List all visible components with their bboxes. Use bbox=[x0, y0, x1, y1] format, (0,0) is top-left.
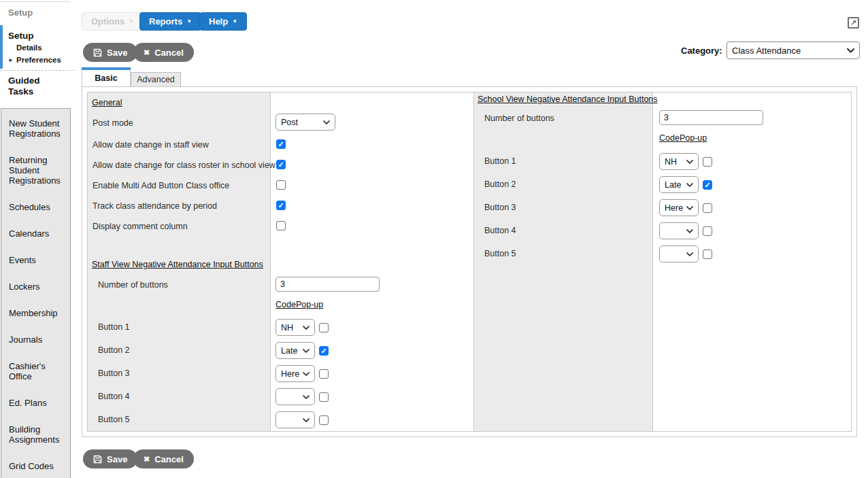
chevron-down-icon bbox=[303, 326, 310, 330]
reports-button-label: Reports bbox=[149, 16, 182, 27]
staff-button4-label: Button 4 bbox=[98, 392, 130, 401]
staff-button2-code-select[interactable]: Late bbox=[276, 342, 315, 359]
staff-button3-label: Button 3 bbox=[98, 369, 130, 378]
staff-view-heading: Staff View Negative Attendance Input But… bbox=[92, 260, 263, 269]
post-mode-select[interactable]: Post bbox=[276, 114, 335, 131]
staff-button1-popup-checkbox[interactable] bbox=[319, 323, 329, 332]
sidebar-item-returning-student-registrations[interactable]: Returning Student Registrations bbox=[9, 155, 67, 186]
sidebar-item-details[interactable]: Details bbox=[16, 44, 42, 52]
school-button3-popup-checkbox[interactable] bbox=[703, 203, 712, 213]
staff-button3-code-select[interactable]: Here bbox=[276, 365, 315, 382]
staff-code-popup-header: CodePop-up bbox=[276, 300, 323, 309]
school-button3-code-select[interactable]: Here bbox=[659, 199, 699, 216]
general-row-label: Allow date change for class roster in sc… bbox=[93, 160, 276, 170]
sidebar-item-ed-plans[interactable]: Ed. Plans bbox=[9, 398, 67, 408]
sidebar-item-schedules[interactable]: Schedules bbox=[9, 202, 67, 212]
settings-panel: General Post mode Post Allow date change… bbox=[82, 86, 857, 437]
school-button4-code-select[interactable] bbox=[659, 222, 699, 239]
help-button[interactable]: Help ▼ bbox=[199, 12, 247, 31]
checkbox-allow-date-change-class-roster[interactable] bbox=[276, 160, 286, 169]
staff-button1-code-select[interactable]: NH bbox=[276, 319, 315, 336]
sidebar-item-lockers[interactable]: Lockers bbox=[9, 281, 67, 292]
category-label: Category: bbox=[681, 46, 722, 56]
school-button4-label: Button 4 bbox=[484, 226, 516, 235]
general-row-label: Track class attendance by period bbox=[93, 201, 217, 211]
school-button5-label: Button 5 bbox=[484, 249, 516, 258]
checkbox-allow-date-change-staff-view[interactable] bbox=[276, 139, 286, 149]
cancel-button-label: Cancel bbox=[154, 48, 184, 58]
staff-button4-code-select[interactable] bbox=[276, 388, 315, 405]
school-button2-popup-checkbox[interactable] bbox=[703, 180, 712, 190]
caret-down-icon: ▼ bbox=[186, 19, 192, 24]
save-button-bottom[interactable]: Save bbox=[83, 449, 137, 468]
right-label-column bbox=[473, 92, 653, 431]
sidebar-divider bbox=[0, 70, 75, 71]
school-number-of-buttons-label: Number of buttons bbox=[484, 114, 554, 123]
save-icon bbox=[93, 455, 102, 464]
cancel-button-top[interactable]: ✖ Cancel bbox=[133, 43, 194, 62]
sidebar-item-grid-codes[interactable]: Grid Codes bbox=[9, 461, 67, 471]
chevron-down-icon bbox=[323, 120, 330, 124]
checkbox-enable-multi-add-button[interactable] bbox=[276, 180, 286, 190]
save-button-label: Save bbox=[107, 48, 127, 58]
settings-table: General Post mode Post Allow date change… bbox=[87, 92, 852, 432]
staff-button2-label: Button 2 bbox=[98, 345, 130, 355]
general-row-label: Enable Multi Add Button Class office bbox=[93, 181, 229, 190]
staff-button2-popup-checkbox[interactable] bbox=[319, 346, 329, 356]
school-number-of-buttons-input[interactable] bbox=[659, 110, 763, 125]
save-button-label: Save bbox=[107, 454, 127, 464]
school-button4-popup-checkbox[interactable] bbox=[703, 226, 712, 236]
sidebar-item-new-student-registrations[interactable]: New Student Registrations bbox=[9, 118, 67, 139]
sidebar-item-preferences[interactable]: Preferences bbox=[16, 56, 61, 64]
checkbox-track-class-attendance[interactable] bbox=[276, 201, 286, 210]
tab-basic[interactable]: Basic bbox=[82, 67, 131, 86]
open-in-new-window-icon[interactable]: ↗ bbox=[848, 17, 859, 29]
chevron-down-icon bbox=[303, 349, 310, 353]
sidebar-item-cashiers-office[interactable]: Cashier's Office bbox=[9, 361, 67, 381]
school-button1-popup-checkbox[interactable] bbox=[703, 157, 712, 167]
chevron-down-icon bbox=[303, 372, 310, 376]
cancel-button-bottom[interactable]: ✖ Cancel bbox=[133, 449, 194, 468]
staff-button4-popup-checkbox[interactable] bbox=[319, 392, 329, 402]
checkbox-display-comment-column[interactable] bbox=[276, 221, 286, 231]
school-code-popup-header: CodePop-up bbox=[659, 133, 707, 143]
school-button1-code-select[interactable]: NH bbox=[659, 153, 699, 170]
chevron-down-icon bbox=[303, 395, 310, 399]
options-button-label: Options bbox=[91, 16, 124, 27]
tab-basic-label: Basic bbox=[82, 70, 131, 86]
staff-button5-code-select[interactable] bbox=[276, 411, 315, 428]
sidebar-top-divider bbox=[0, 1, 71, 2]
school-button5-popup-checkbox[interactable] bbox=[703, 250, 712, 259]
school-button5-code-select[interactable] bbox=[659, 245, 699, 262]
sidebar-item-membership[interactable]: Membership bbox=[9, 308, 67, 318]
options-button[interactable]: Options ▼ bbox=[82, 12, 144, 31]
sidebar-item-calendars[interactable]: Calendars bbox=[9, 228, 67, 239]
sidebar-item-journals[interactable]: Journals bbox=[9, 335, 67, 345]
staff-button5-popup-checkbox[interactable] bbox=[319, 415, 329, 425]
reports-button[interactable]: Reports ▼ bbox=[139, 12, 201, 31]
school-button3-label: Button 3 bbox=[484, 203, 516, 212]
sidebar-active-group: Setup Details ► Preferences bbox=[0, 25, 71, 69]
general-row-label: Display comment column bbox=[93, 222, 188, 231]
post-mode-label: Post mode bbox=[93, 118, 133, 128]
caret-down-icon: ▼ bbox=[232, 19, 237, 24]
save-button-top[interactable]: Save bbox=[83, 43, 137, 62]
chevron-down-icon bbox=[686, 160, 693, 164]
sidebar-item-setup[interactable]: Setup bbox=[8, 31, 34, 41]
staff-number-of-buttons-input[interactable] bbox=[276, 277, 380, 292]
sidebar-item-events[interactable]: Events bbox=[9, 255, 67, 265]
select-value: Late bbox=[281, 346, 297, 356]
cancel-icon: ✖ bbox=[144, 49, 150, 56]
staff-button5-label: Button 5 bbox=[98, 415, 130, 424]
tab-advanced[interactable]: Advanced bbox=[131, 72, 181, 86]
cancel-button-label: Cancel bbox=[154, 454, 184, 464]
category-select[interactable]: Class Attendance bbox=[727, 41, 860, 59]
select-value: Late bbox=[665, 180, 681, 190]
sidebar-item-guided-tasks[interactable]: Guided Tasks bbox=[8, 75, 52, 97]
school-button2-code-select[interactable]: Late bbox=[659, 176, 699, 193]
chevron-down-icon bbox=[686, 183, 693, 187]
staff-button3-popup-checkbox[interactable] bbox=[319, 369, 329, 379]
chevron-down-icon bbox=[303, 418, 310, 422]
sidebar-item-building-assignments[interactable]: Building Assignments bbox=[9, 424, 67, 445]
school-button1-label: Button 1 bbox=[484, 156, 516, 166]
